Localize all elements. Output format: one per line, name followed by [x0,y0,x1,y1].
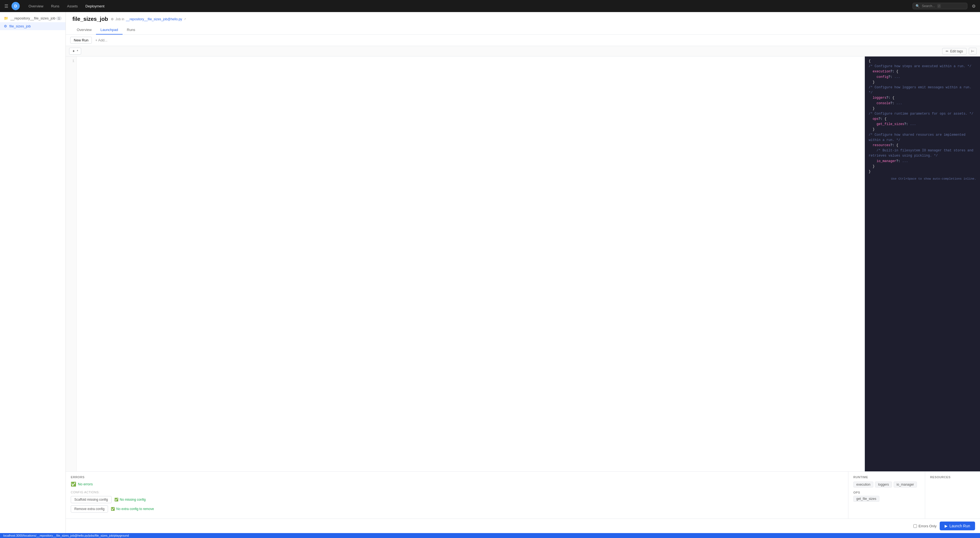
subtitle-text: Job in [115,17,124,21]
launch-run-button[interactable]: ▶ Launch Run [940,522,975,530]
nav-overview[interactable]: Overview [25,2,47,10]
bottom-section: ERRORS ✅ No errors CONFIG ACTIONS: Scaff… [66,471,980,519]
scaffold-selector[interactable]: ✦ * [69,48,81,54]
runtime-tag-execution: execution [853,482,873,487]
remove-action-row: Remove extra config ✅ No extra config to… [71,505,843,513]
content-area: file_sizes_job ⚙ Job in __repository__fi… [66,12,980,533]
runtime-panel-title: RUNTIME [853,476,920,479]
job-icon-small: ⚙ [111,17,114,21]
editor-toolbar: ✦ * ✏ Edit tags ⊢ [66,46,980,56]
errors-panel: ERRORS ✅ No errors CONFIG ACTIONS: Scaff… [66,472,848,519]
launch-bar: Errors Only ▶ Launch Run [66,519,980,533]
edit-tags-label: Edit tags [950,49,963,53]
tab-launchpad[interactable]: Launchpad [96,25,122,35]
external-link-icon[interactable]: ↗ [184,18,186,21]
sidebar-item-job[interactable]: ⚙ file_sizes_job [0,22,65,30]
autocomplete-hint: Use Ctrl+Space to show auto-completions … [869,175,976,183]
remove-check-icon: ✅ [111,507,115,511]
ops-tag-get-file-sizes: get_file_sizes [853,496,879,502]
no-errors-status: ✅ No errors [71,482,843,487]
page-title-row: file_sizes_job ⚙ Job in __repository__fi… [72,16,974,22]
remove-result-label: No extra config to remove [116,507,154,511]
expand-button[interactable]: ⊢ [969,48,977,54]
editor-right[interactable]: { /* Configure how steps are executed wi… [865,56,980,471]
config-actions-title: CONFIG ACTIONS: [71,490,843,494]
search-icon: 🔍 [916,4,920,8]
sidebar-repo-label: __repository__file_sizes_job [10,16,56,20]
tab-overview[interactable]: Overview [72,25,96,35]
run-tabs-bar: New Run + Add... [66,35,980,46]
line-numbers: 1 [66,56,77,471]
scaffold-action-row: Scaffold missing config ✅ No missing con… [71,496,843,503]
run-tab-new-run[interactable]: New Run [70,37,92,44]
resources-panel: RESOURCES [925,472,980,519]
status-url: localhost:3000/locations/__repository__f… [3,534,129,537]
search-shortcut: / [937,4,941,8]
page-tabs: Overview Launchpad Runs [72,25,974,34]
check-icon: ✅ [71,482,76,487]
nav-links: Overview Runs Assets Deployment [25,2,108,10]
settings-icon[interactable]: ⚙ [972,3,975,9]
scaffold-result-label: No missing config [120,498,146,501]
editor-content[interactable] [77,56,865,471]
sidebar-repo-badge: 1 [56,16,62,20]
nav-assets[interactable]: Assets [64,2,81,10]
editor-actions: ✏ Edit tags ⊢ [942,48,977,54]
search-bar[interactable]: 🔍 Search... / [913,3,967,10]
page-title: file_sizes_job [72,16,108,22]
editor-left[interactable]: 1 [66,56,865,471]
runtime-panel: RUNTIME execution loggers io_manager OPS… [848,472,925,519]
runtime-tags: execution loggers io_manager [853,482,920,487]
runtime-tag-loggers: loggers [875,482,892,487]
resources-panel-title: RESOURCES [930,476,975,479]
scaffold-result: ✅ No missing config [115,498,146,501]
pencil-icon: ✏ [946,49,948,53]
remove-result: ✅ No extra config to remove [111,507,154,511]
status-bar: localhost:3000/locations/__repository__f… [0,533,980,538]
remove-extra-config-button[interactable]: Remove extra config [71,505,108,513]
launchpad-area: New Run + Add... ✦ * ✏ Edit tags ⊢ [66,35,980,533]
scaffold-value: * [77,49,78,53]
page-subtitle: ⚙ Job in __repository__file_sizes_job@he… [111,17,186,21]
folder-icon: 📁 [4,16,8,20]
page-header: file_sizes_job ⚙ Job in __repository__fi… [66,12,980,35]
scaffold-missing-config-button[interactable]: Scaffold missing config [71,496,111,503]
errors-only-input[interactable] [913,524,917,528]
job-link[interactable]: __repository__file_sizes_job@hello.py [126,17,182,21]
logo: D [11,2,20,10]
main-layout: 📁 __repository__file_sizes_job 1 ⚙ file_… [0,12,980,533]
sidebar: 📁 __repository__file_sizes_job 1 ⚙ file_… [0,12,66,533]
runtime-tag-io-manager: io_manager [894,482,917,487]
top-nav: ☰ D Overview Runs Assets Deployment 🔍 Se… [0,0,980,12]
scaffold-check-icon: ✅ [115,498,118,501]
no-errors-label: No errors [78,482,93,486]
errors-only-checkbox[interactable]: Errors Only [913,524,937,528]
tab-runs[interactable]: Runs [123,25,140,35]
ops-tags: get_file_sizes [853,496,920,502]
sidebar-job-label: file_sizes_job [10,24,31,28]
ops-title: OPS [853,491,920,494]
nav-runs[interactable]: Runs [48,2,62,10]
errors-only-label: Errors Only [919,524,937,528]
hamburger-icon[interactable]: ☰ [5,3,8,9]
nav-deployment[interactable]: Deployment [82,2,108,10]
editor-split: 1 { /* Configure how steps are executed … [66,56,980,471]
errors-panel-title: ERRORS [71,476,843,479]
search-placeholder: Search... [922,4,935,8]
job-icon: ⚙ [4,24,7,28]
scaffold-icon: ✦ [72,49,75,53]
launch-icon: ▶ [945,524,948,528]
sidebar-item-repo[interactable]: 📁 __repository__file_sizes_job 1 [0,14,65,22]
launch-run-label: Launch Run [949,524,970,528]
edit-tags-button[interactable]: ✏ Edit tags [942,48,967,54]
add-run-tab[interactable]: + Add... [93,37,110,43]
